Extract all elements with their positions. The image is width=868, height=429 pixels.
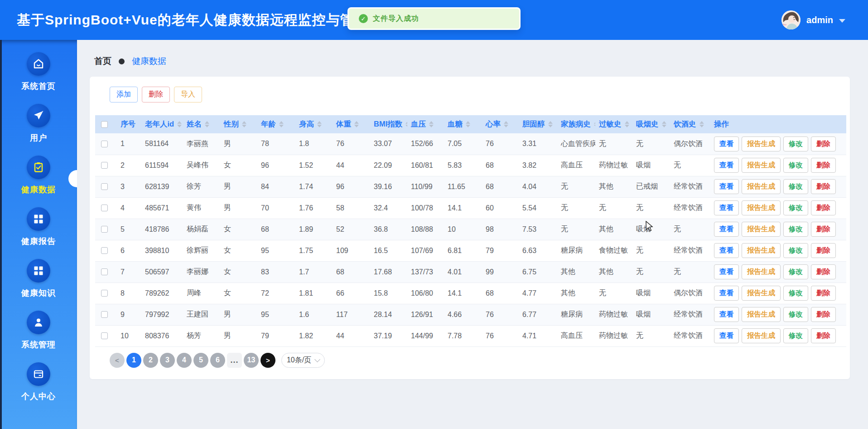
column-header-心率[interactable]: 心率 [482, 115, 519, 133]
prev-page-button[interactable]: < [110, 353, 125, 368]
page-size-select[interactable]: 10条/页 [281, 353, 325, 368]
修改-action-button[interactable]: 修改 [783, 158, 808, 173]
column-header-姓名[interactable]: 姓名 [183, 115, 220, 133]
查看-action-button[interactable]: 查看 [714, 307, 739, 322]
column-header-过敏史[interactable]: 过敏史 [595, 115, 632, 133]
修改-action-button[interactable]: 修改 [783, 264, 808, 279]
page-button-5[interactable]: 5 [193, 353, 208, 368]
报告生成-action-button[interactable]: 报告生成 [742, 179, 781, 194]
sort-icon[interactable] [699, 121, 704, 127]
sort-icon[interactable] [405, 121, 407, 127]
报告生成-action-button[interactable]: 报告生成 [742, 243, 781, 258]
sidebar-item-个人中心[interactable]: 个人中心 [0, 362, 77, 414]
page-button-13[interactable]: 13 [244, 353, 259, 368]
sidebar-item-健康知识[interactable]: 健康知识 [0, 259, 77, 311]
删除-action-button[interactable]: 删除 [811, 286, 836, 301]
修改-action-button[interactable]: 修改 [783, 328, 808, 343]
报告生成-action-button[interactable]: 报告生成 [742, 286, 781, 301]
sort-icon[interactable] [317, 121, 322, 127]
查看-action-button[interactable]: 查看 [714, 222, 739, 237]
修改-action-button[interactable]: 修改 [783, 243, 808, 258]
column-header-胆固醇[interactable]: 胆固醇 [519, 115, 557, 133]
sort-icon[interactable] [594, 121, 595, 127]
添加-button[interactable]: 添加 [110, 87, 138, 102]
column-header-性别[interactable]: 性别 [220, 115, 257, 133]
查看-action-button[interactable]: 查看 [714, 264, 739, 279]
报告生成-action-button[interactable]: 报告生成 [742, 222, 781, 237]
page-button-4[interactable]: 4 [177, 353, 192, 368]
删除-action-button[interactable]: 删除 [811, 136, 836, 151]
报告生成-action-button[interactable]: 报告生成 [742, 307, 781, 322]
sort-icon[interactable] [354, 121, 359, 127]
删除-action-button[interactable]: 删除 [811, 328, 836, 343]
查看-action-button[interactable]: 查看 [714, 179, 739, 194]
查看-action-button[interactable]: 查看 [714, 243, 739, 258]
删除-action-button[interactable]: 删除 [811, 222, 836, 237]
column-header-老年人id[interactable]: 老年人id [141, 115, 183, 133]
报告生成-action-button[interactable]: 报告生成 [742, 158, 781, 173]
row-checkbox[interactable] [101, 268, 108, 275]
user-menu[interactable]: admin [781, 0, 845, 40]
修改-action-button[interactable]: 修改 [783, 286, 808, 301]
sort-icon[interactable] [466, 121, 470, 127]
row-checkbox[interactable] [101, 247, 108, 254]
column-header-饮酒史[interactable]: 饮酒史 [670, 115, 710, 133]
column-header-BMI指数[interactable]: BMI指数 [370, 115, 407, 133]
page-button-3[interactable]: 3 [160, 353, 175, 368]
column-header-血糖[interactable]: 血糖 [444, 115, 482, 133]
修改-action-button[interactable]: 修改 [783, 222, 808, 237]
sort-icon[interactable] [242, 121, 246, 127]
row-checkbox[interactable] [101, 162, 108, 169]
row-checkbox[interactable] [101, 141, 108, 147]
修改-action-button[interactable]: 修改 [783, 179, 808, 194]
column-header-吸烟史[interactable]: 吸烟史 [632, 115, 670, 133]
sort-icon[interactable] [429, 121, 434, 127]
报告生成-action-button[interactable]: 报告生成 [742, 264, 781, 279]
sort-icon[interactable] [205, 121, 209, 127]
报告生成-action-button[interactable]: 报告生成 [742, 200, 781, 215]
page-button-2[interactable]: 2 [143, 353, 158, 368]
column-header-身高[interactable]: 身高 [295, 115, 333, 133]
sort-icon[interactable] [504, 121, 508, 127]
查看-action-button[interactable]: 查看 [714, 328, 739, 343]
breadcrumb-current[interactable]: 健康数据 [132, 55, 166, 67]
sort-icon[interactable] [548, 121, 553, 127]
修改-action-button[interactable]: 修改 [783, 136, 808, 151]
修改-action-button[interactable]: 修改 [783, 307, 808, 322]
报告生成-action-button[interactable]: 报告生成 [742, 328, 781, 343]
删除-action-button[interactable]: 删除 [811, 243, 836, 258]
row-checkbox[interactable] [101, 332, 108, 339]
修改-action-button[interactable]: 修改 [783, 200, 808, 215]
sort-icon[interactable] [279, 121, 284, 127]
chevron-down-icon[interactable] [839, 19, 845, 23]
breadcrumb-home[interactable]: 首页 [94, 55, 111, 67]
查看-action-button[interactable]: 查看 [714, 286, 739, 301]
sidebar-item-健康数据[interactable]: 健康数据 [0, 156, 77, 207]
row-checkbox[interactable] [101, 311, 108, 318]
sidebar-item-用户[interactable]: 用户 [0, 104, 77, 156]
查看-action-button[interactable]: 查看 [714, 136, 739, 151]
row-checkbox[interactable] [101, 205, 108, 211]
报告生成-action-button[interactable]: 报告生成 [742, 136, 781, 151]
page-button-6[interactable]: 6 [210, 353, 225, 368]
column-header-体重[interactable]: 体重 [333, 115, 370, 133]
删除-action-button[interactable]: 删除 [811, 200, 836, 215]
导入-button[interactable]: 导入 [174, 87, 202, 102]
row-checkbox[interactable] [101, 183, 108, 190]
删除-action-button[interactable]: 删除 [811, 264, 836, 279]
next-page-button[interactable]: > [260, 353, 275, 368]
column-header-血压[interactable]: 血压 [407, 115, 444, 133]
sidebar-item-健康报告[interactable]: 健康报告 [0, 207, 77, 259]
avatar[interactable] [781, 10, 800, 29]
sort-icon[interactable] [625, 121, 629, 127]
sidebar-item-系统管理[interactable]: 系统管理 [0, 311, 77, 362]
删除-action-button[interactable]: 删除 [811, 307, 836, 322]
row-checkbox[interactable] [101, 226, 108, 233]
row-checkbox[interactable] [101, 290, 108, 297]
删除-action-button[interactable]: 删除 [811, 158, 836, 173]
删除-action-button[interactable]: 删除 [811, 179, 836, 194]
查看-action-button[interactable]: 查看 [714, 200, 739, 215]
column-header-年龄[interactable]: 年龄 [257, 115, 295, 133]
page-button-1[interactable]: 1 [126, 353, 141, 368]
删除-button[interactable]: 删除 [142, 87, 170, 102]
